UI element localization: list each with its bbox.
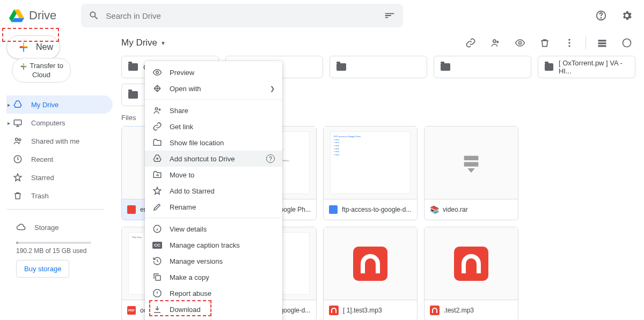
plus-icon	[19, 62, 28, 71]
drive-logo[interactable]: Drive	[9, 8, 56, 23]
menu-add-shortcut[interactable]: Add shortcut to Drive?	[145, 151, 282, 167]
svg-point-10	[568, 45, 570, 47]
file-card[interactable]: .test2.mp3	[424, 227, 518, 320]
help-icon[interactable]: ?	[266, 154, 275, 163]
info-button[interactable]	[618, 34, 635, 51]
search-options-icon[interactable]	[384, 10, 396, 21]
titlebar: My Drive ▼	[121, 31, 635, 55]
nav-storage[interactable]: Storage	[16, 218, 104, 236]
svg-point-6	[493, 40, 496, 42]
person-add-icon	[152, 106, 162, 115]
breadcrumb[interactable]: My Drive ▼	[121, 38, 166, 48]
svg-rect-12	[127, 205, 136, 214]
settings-button[interactable]	[618, 7, 635, 24]
chevron-down-icon: ▼	[160, 40, 166, 46]
link-icon	[152, 122, 162, 131]
folder-icon	[545, 63, 553, 71]
svg-point-4	[19, 139, 21, 141]
menu-preview[interactable]: Preview	[145, 64, 282, 80]
nav: My Drive Computers Shared with me Recent…	[6, 95, 113, 205]
folder-oxtorrent[interactable]: [ OxTorrent.pw ] VA - HI...	[538, 56, 635, 78]
audio-thumb-icon	[353, 247, 387, 281]
folder-icon	[336, 63, 346, 71]
nav-trash[interactable]: Trash	[6, 187, 113, 205]
trash-icon	[13, 191, 23, 200]
menu-share[interactable]: Share	[145, 102, 282, 118]
menu-move-to[interactable]: Move to	[145, 167, 282, 183]
storage-progress	[16, 242, 91, 244]
open-icon	[152, 84, 162, 93]
transfer-button[interactable]: Transfer to Cloud	[12, 58, 71, 83]
svg-point-9	[568, 42, 570, 43]
share-button[interactable]	[487, 34, 504, 51]
plus-icon	[18, 41, 30, 53]
nav-my-drive[interactable]: My Drive	[6, 95, 113, 114]
download-icon	[152, 304, 162, 314]
computers-icon	[13, 118, 23, 128]
menu-open-with[interactable]: Open with❯	[145, 80, 282, 96]
preview-button[interactable]	[511, 34, 529, 51]
menu-get-link[interactable]: Get link	[145, 118, 282, 135]
view-toggle[interactable]	[594, 34, 611, 51]
toolbar	[462, 34, 635, 51]
menu-show-location[interactable]: Show file location	[145, 135, 282, 151]
search-box[interactable]	[81, 4, 403, 27]
rename-icon	[152, 202, 162, 212]
search-container	[81, 4, 403, 27]
rar-icon: 📚	[430, 205, 438, 214]
svg-point-7	[519, 42, 522, 44]
audio-icon	[430, 306, 440, 315]
new-button[interactable]: New	[6, 35, 60, 59]
file-card[interactable]: 📚video.rar	[424, 126, 518, 220]
menu-captions[interactable]: CCManage caption tracks	[145, 237, 282, 253]
file-card[interactable]: [ 1].test3.mp3	[323, 227, 418, 320]
rar-thumb-icon	[460, 152, 482, 174]
help-button[interactable]	[592, 7, 610, 24]
menu-download[interactable]: Download	[145, 301, 282, 317]
header-actions	[592, 7, 635, 24]
folder-unnamed-2[interactable]	[434, 56, 531, 78]
svg-point-8	[568, 39, 570, 41]
svg-rect-2	[14, 120, 21, 125]
search-input[interactable]	[106, 11, 377, 20]
recent-icon	[13, 154, 23, 164]
info-icon	[152, 224, 162, 234]
video-icon	[127, 205, 136, 214]
storage-section: Storage 190.2 MB of 15 GB used Buy stora…	[6, 214, 113, 278]
menu-copy[interactable]: Make a copy	[145, 269, 282, 285]
file-card[interactable]: FTP access to Google Drive• item• item• …	[323, 126, 418, 220]
menu-report[interactable]: Report abuse	[145, 285, 282, 301]
svg-rect-18	[156, 276, 160, 280]
svg-point-1	[601, 18, 601, 18]
nav-starred[interactable]: Starred	[6, 168, 113, 187]
shortcut-icon	[152, 154, 162, 163]
nav-shared[interactable]: Shared with me	[6, 132, 113, 150]
buy-storage-button[interactable]: Buy storage	[16, 260, 69, 278]
menu-add-starred[interactable]: Add to Starred	[145, 183, 282, 199]
folder-icon	[441, 63, 450, 71]
sidebar: New Transfer to Cloud My Drive Computers…	[0, 31, 113, 320]
menu-rename[interactable]: Rename	[145, 199, 282, 215]
link-button[interactable]	[462, 34, 479, 51]
menu-versions[interactable]: Manage versions	[145, 253, 282, 269]
svg-rect-13	[464, 155, 479, 160]
nav-computers[interactable]: Computers	[6, 114, 113, 132]
move-icon	[152, 170, 162, 180]
delete-button[interactable]	[536, 34, 553, 51]
svg-point-3	[16, 138, 18, 141]
doc-icon	[329, 205, 338, 214]
menu-view-details[interactable]: View details	[145, 221, 282, 237]
audio-icon	[329, 306, 339, 315]
storage-usage: 190.2 MB of 15 GB used	[16, 247, 104, 255]
main-content: My Drive ▼ Cats Sync [ OxTorrent.pw ] VA…	[113, 31, 644, 320]
cc-icon: CC	[152, 240, 162, 250]
new-label: New	[36, 42, 53, 52]
search-icon	[89, 10, 99, 21]
more-button[interactable]	[561, 34, 578, 51]
folder-unnamed-1[interactable]	[330, 56, 427, 78]
svg-point-15	[156, 71, 159, 74]
copy-icon	[152, 272, 162, 282]
shared-icon	[13, 136, 23, 146]
pdf-icon: PDF	[127, 306, 136, 315]
nav-recent[interactable]: Recent	[6, 150, 113, 168]
